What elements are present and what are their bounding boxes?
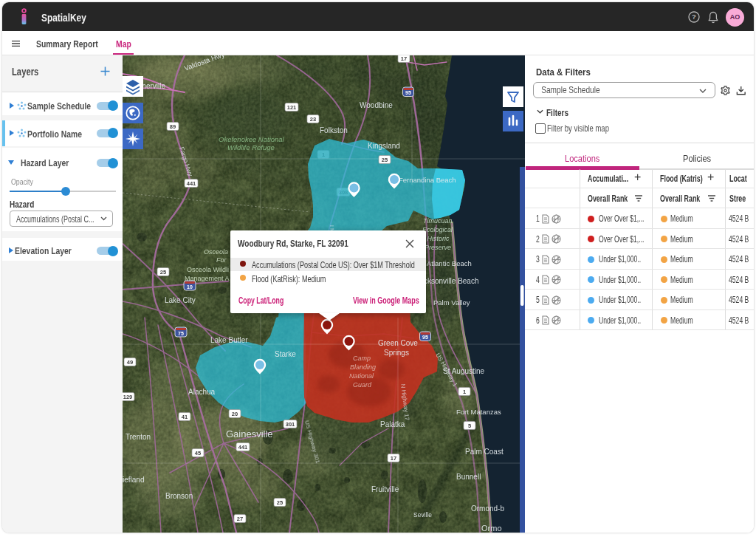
svg-text:Ormo: Ormo bbox=[481, 524, 502, 533]
svg-text:17: 17 bbox=[401, 55, 407, 62]
svg-text:Green Cove: Green Cove bbox=[378, 339, 418, 347]
svg-text:129: 129 bbox=[123, 394, 133, 400]
svg-text:23: 23 bbox=[310, 116, 316, 123]
svg-text:iefland: iefland bbox=[123, 476, 144, 484]
svg-text:441: 441 bbox=[187, 180, 196, 187]
svg-text:Blanding: Blanding bbox=[350, 363, 376, 371]
svg-text:89: 89 bbox=[170, 123, 176, 130]
svg-text:Fort Matanzas: Fort Matanzas bbox=[456, 408, 501, 416]
svg-text:Starke: Starke bbox=[275, 350, 296, 358]
svg-text:cksonville Beach: cksonville Beach bbox=[424, 277, 478, 285]
svg-text:5: 5 bbox=[468, 423, 471, 429]
svg-text:Gainesville: Gainesville bbox=[226, 428, 273, 439]
svg-text:Preserve: Preserve bbox=[425, 244, 451, 251]
svg-text:301: 301 bbox=[286, 421, 295, 428]
svg-text:For: For bbox=[216, 256, 227, 264]
svg-text:20: 20 bbox=[232, 411, 238, 417]
svg-text:95: 95 bbox=[422, 335, 428, 340]
svg-text:Palm Valley: Palm Valley bbox=[433, 298, 470, 307]
svg-text:Bronson: Bronson bbox=[165, 492, 193, 500]
svg-text:10: 10 bbox=[187, 284, 193, 290]
svg-text:441: 441 bbox=[238, 444, 248, 451]
svg-text:Okefenokee National: Okefenokee National bbox=[219, 135, 285, 143]
svg-text:Osceola: Osceola bbox=[204, 248, 228, 256]
svg-text:Camp: Camp bbox=[353, 355, 371, 362]
svg-text:Palatka: Palatka bbox=[380, 420, 405, 428]
svg-text:41: 41 bbox=[182, 414, 188, 420]
svg-text:?: ? bbox=[692, 13, 696, 21]
svg-text:Alachua: Alachua bbox=[188, 388, 216, 396]
svg-text:Seville: Seville bbox=[413, 511, 432, 519]
svg-text:Atlantic Beach: Atlantic Beach bbox=[427, 259, 472, 267]
svg-text:National: National bbox=[349, 372, 374, 380]
svg-text:Osceola Wildli: Osceola Wildli bbox=[187, 266, 229, 273]
svg-text:121: 121 bbox=[287, 104, 297, 111]
svg-text:95: 95 bbox=[405, 90, 411, 95]
svg-text:Guard: Guard bbox=[353, 381, 372, 389]
svg-text:75: 75 bbox=[178, 331, 184, 336]
svg-text:Trenton: Trenton bbox=[126, 433, 151, 441]
svg-text:Ormond-b: Ormond-b bbox=[471, 504, 504, 513]
svg-text:49: 49 bbox=[127, 359, 133, 366]
svg-text:Wildlife Refuge: Wildlife Refuge bbox=[227, 143, 275, 151]
svg-text:25: 25 bbox=[277, 499, 283, 506]
svg-text:Timucuan: Timucuan bbox=[423, 217, 452, 225]
svg-text:Folkston: Folkston bbox=[320, 126, 348, 134]
svg-text:Woodbine: Woodbine bbox=[360, 101, 393, 109]
svg-text:45: 45 bbox=[195, 450, 201, 456]
svg-text:25: 25 bbox=[160, 269, 166, 276]
svg-text:Lake City: Lake City bbox=[165, 296, 196, 304]
svg-text:Lake Butler: Lake Butler bbox=[210, 336, 248, 344]
svg-text:Ecological: Ecological bbox=[422, 226, 453, 233]
svg-text:1: 1 bbox=[463, 389, 466, 395]
svg-text:Fernandina Beach: Fernandina Beach bbox=[399, 176, 456, 184]
svg-text:Bunnell: Bunnell bbox=[456, 473, 481, 481]
svg-text:25: 25 bbox=[382, 157, 388, 163]
svg-text:Springs: Springs bbox=[384, 349, 409, 357]
svg-text:Fruitville: Fruitville bbox=[371, 485, 399, 493]
svg-text:17: 17 bbox=[391, 455, 396, 462]
svg-text:Palm Coast: Palm Coast bbox=[465, 448, 504, 456]
svg-text:Kingsland: Kingsland bbox=[368, 142, 400, 150]
svg-text:27: 27 bbox=[237, 516, 243, 522]
